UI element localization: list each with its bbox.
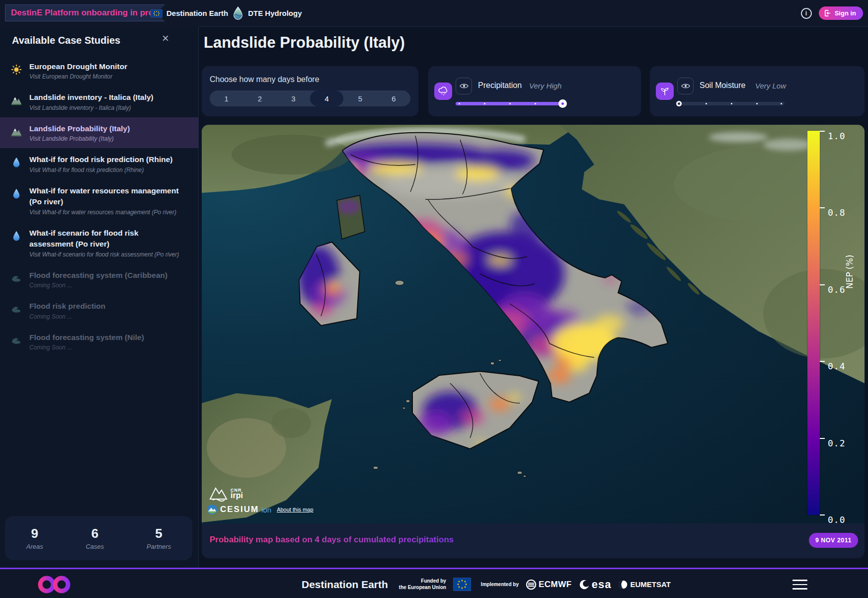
dte-hydrology-logo-icon: [232, 6, 244, 20]
sidebar-item-landslide-probability[interactable]: Landslide Probability (Italy) Visit Land…: [0, 117, 198, 148]
ecmwf-icon: [526, 579, 537, 590]
colorbar-tick: [820, 438, 825, 439]
precipitation-slider-thumb[interactable]: [558, 99, 567, 108]
sprout-icon: [660, 86, 670, 96]
day-option-5[interactable]: 5: [343, 90, 377, 106]
colorbar-tick: [820, 361, 825, 362]
day-option-1[interactable]: 1: [210, 90, 243, 106]
item-title: Landslide inventory - Italica (Italy): [29, 92, 154, 103]
cesium-wordmark: CESIUM: [220, 505, 259, 514]
esa-logo: esa: [579, 578, 612, 591]
day-option-3[interactable]: 3: [277, 90, 310, 106]
sidebar-item-flood-assessment-po[interactable]: What-if scenario for flood risk assessme…: [0, 222, 198, 264]
colorbar-label-0.6: 0.6: [828, 284, 846, 295]
soil-moisture-slider[interactable]: [677, 102, 785, 105]
info-icon[interactable]: i: [801, 8, 812, 19]
menu-icon[interactable]: [792, 580, 807, 593]
map-panel: 1.0 0.8 0.6 0.4 0.2 0.0 NEP (%) CNR irpi: [202, 125, 865, 558]
footer: Destination Earth Funded by the European…: [0, 568, 868, 598]
case-study-list: European Drought Monitor Visit European …: [0, 55, 198, 357]
stat-areas: 9Areas: [26, 526, 43, 550]
soil-moisture-visibility-toggle[interactable]: [677, 78, 694, 94]
eu-flag-icon: [453, 578, 471, 591]
date-badge: 9 NOV 2011: [809, 533, 858, 548]
sign-in-label: Sign in: [835, 9, 856, 17]
colorbar-tick: [820, 131, 825, 132]
soil-moisture-layer-button[interactable]: [656, 83, 674, 100]
sidebar-title: Available Case Studies: [12, 35, 120, 46]
item-subtitle: Visit What-if scenario for flood risk as…: [29, 251, 184, 258]
case-studies-sidebar: Available Case Studies × European Drough…: [0, 26, 199, 568]
wave-icon: [11, 273, 22, 283]
days-segmented-control: 1 2 3 4 5 6: [210, 90, 410, 106]
item-title: What-if scenario for flood risk assessme…: [29, 228, 184, 250]
eumetsat-icon: [618, 580, 628, 590]
brand-destination-earth[interactable]: Destination Earth: [166, 9, 228, 17]
precipitation-label: Precipitation: [478, 81, 522, 90]
colorbar-label-0.0: 0.0: [828, 514, 846, 523]
soil-moisture-slider-thumb[interactable]: [676, 101, 682, 106]
sidebar-item-flood-risk-prediction[interactable]: Flood risk prediction Coming Soon ...: [0, 295, 198, 326]
colorbar-axis-title: NEP (%): [845, 255, 855, 289]
stat-partners: 5Partners: [147, 526, 171, 550]
close-icon[interactable]: ×: [162, 32, 169, 44]
cesium-attribution[interactable]: CESIUM ion About this map: [207, 504, 314, 515]
about-this-map-link[interactable]: About this map: [277, 507, 313, 513]
app-root: DestinE Platform onboarding in progress …: [0, 0, 868, 598]
soil-moisture-card: Soil Moisture Very Low: [650, 66, 865, 116]
item-title: Flood forecasting system (Nile): [29, 332, 144, 343]
page-title: Landslide Probability (Italy): [204, 34, 405, 52]
item-title: What-if for water resources management (…: [29, 185, 184, 208]
destine-infinity-logo: [36, 575, 74, 594]
map-caption-bar: Probability map based on 4 days of cumul…: [202, 523, 865, 558]
implemented-by-text: Implemented by: [481, 582, 519, 587]
sidebar-item-flood-risk-rhine[interactable]: What-if for flood risk prediction (Rhine…: [0, 148, 198, 179]
item-subtitle: Coming Soon ...: [29, 344, 144, 351]
footer-partner-cluster: Destination Earth Funded by the European…: [302, 569, 671, 598]
rain-cloud-icon: [438, 86, 449, 96]
eu-flag-icon: [151, 9, 162, 17]
brand-dte-hydrology[interactable]: DTE Hydrology: [248, 9, 302, 17]
stats-panel: 9Areas 6Cases 5Partners: [5, 516, 192, 560]
precipitation-visibility-toggle[interactable]: [456, 78, 472, 94]
colorbar-tick: [820, 514, 825, 515]
map-scene: [202, 125, 865, 523]
colorbar-tick: [820, 207, 825, 208]
sidebar-item-water-resources-po[interactable]: What-if for water resources management (…: [0, 179, 198, 222]
cnr-irpi-logo: CNR irpi: [209, 485, 243, 502]
cnr-mountain-icon: [209, 485, 229, 502]
brand-row: Destination Earth DTE Hydrology: [151, 0, 302, 26]
colorbar-tick: [820, 284, 825, 285]
sidebar-item-landslide-inventory[interactable]: Landslide inventory - Italica (Italy) Vi…: [0, 86, 198, 117]
precipitation-level: Very High: [529, 82, 561, 90]
precipitation-slider[interactable]: [456, 102, 563, 105]
top-header: DestinE Platform onboarding in progress …: [0, 0, 868, 26]
item-subtitle: Coming Soon ...: [29, 313, 105, 320]
stat-cases: 6Cases: [85, 526, 104, 550]
mountain-icon: [11, 95, 22, 106]
day-option-2[interactable]: 2: [243, 90, 276, 106]
droplet-icon: [11, 157, 22, 168]
item-title: Flood forecasting system (Caribbean): [29, 270, 167, 281]
landslide-probability-map[interactable]: 1.0 0.8 0.6 0.4 0.2 0.0 NEP (%) CNR irpi: [202, 125, 865, 523]
day-option-4-selected[interactable]: 4: [310, 90, 343, 106]
main-content: Landslide Probability (Italy) Choose how…: [199, 26, 868, 568]
funded-by-text: Funded by the European Union: [399, 578, 446, 591]
sign-in-button[interactable]: Sign in: [819, 6, 863, 20]
sidebar-item-flood-forecast-caribbean[interactable]: Flood forecasting system (Caribbean) Com…: [0, 264, 198, 295]
eumetsat-logo: EUMETSAT: [618, 580, 670, 590]
precipitation-layer-button[interactable]: [434, 83, 452, 100]
soil-moisture-level: Very Low: [755, 82, 786, 90]
mountain-icon: [11, 126, 22, 137]
nep-colorbar: [807, 131, 820, 515]
item-subtitle: Visit What-if for flood risk prediction …: [29, 167, 172, 173]
item-subtitle: Visit Landslide inventory - Italica (Ita…: [29, 104, 154, 111]
sidebar-item-european-drought-monitor[interactable]: European Drought Monitor Visit European …: [0, 55, 198, 86]
sidebar-item-flood-forecast-nile[interactable]: Flood forecasting system (Nile) Coming S…: [0, 326, 198, 357]
day-option-6[interactable]: 6: [377, 90, 410, 106]
days-before-card: Choose how many days before 1 2 3 4 5 6: [202, 66, 418, 116]
item-title: What-if for flood risk prediction (Rhine…: [29, 154, 172, 165]
irpi-text: irpi: [231, 492, 243, 499]
item-subtitle: Coming Soon ...: [29, 282, 167, 289]
colorbar-label-0.2: 0.2: [828, 438, 846, 448]
